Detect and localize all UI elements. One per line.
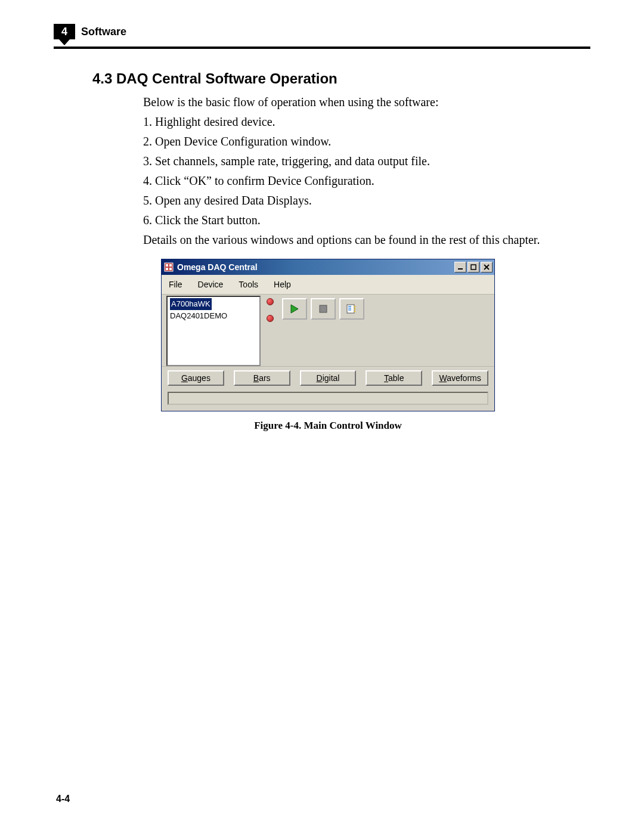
waveforms-button[interactable]: Waveforms <box>432 370 488 386</box>
step-4: 4. Click “OK” to confirm Device Configur… <box>143 173 576 189</box>
table-label: Table <box>384 373 404 383</box>
chapter-label: Software <box>81 24 126 38</box>
step-2: 2. Open Device Configuration window. <box>143 134 576 150</box>
step-5: 5. Open any desired Data Displays. <box>143 193 576 209</box>
svg-rect-10 <box>320 305 327 312</box>
menu-tools[interactable]: Tools <box>239 280 258 289</box>
bars-label: Bars <box>253 373 271 383</box>
chapter-badge: 4 <box>54 24 75 44</box>
step-6: 6. Click the Start button. <box>143 212 576 228</box>
svg-point-16 <box>354 308 356 310</box>
figure: Omega DAQ Central File Device Tools <box>161 259 590 432</box>
svg-marker-9 <box>291 305 298 313</box>
statusbar <box>168 392 488 405</box>
stop-button[interactable] <box>311 298 336 320</box>
svg-point-15 <box>354 306 356 308</box>
svg-rect-3 <box>166 268 168 270</box>
play-icon <box>289 304 300 314</box>
svg-rect-14 <box>348 309 351 311</box>
toolbar <box>282 298 364 320</box>
section-heading: 4.3 DAQ Central Software Operation <box>92 70 590 87</box>
page-number: 4-4 <box>56 794 70 804</box>
work-area: A700haWK DAQ2401DEMO <box>162 295 494 366</box>
status-dot-icon <box>267 298 274 305</box>
svg-rect-6 <box>471 265 476 270</box>
menubar: File Device Tools Help <box>162 275 494 295</box>
waveforms-label: Waveforms <box>439 373 481 383</box>
svg-rect-1 <box>166 264 168 267</box>
chapter-badge-pointer <box>59 39 70 45</box>
minimize-icon <box>457 264 463 270</box>
figure-caption: Figure 4-4. Main Control Window <box>161 420 495 432</box>
menu-file[interactable]: File <box>169 280 182 289</box>
bars-button[interactable]: Bars <box>234 370 290 386</box>
config-button[interactable] <box>339 298 364 320</box>
svg-rect-4 <box>169 268 172 270</box>
status-indicators <box>267 298 274 322</box>
maximize-icon <box>470 264 476 270</box>
svg-rect-5 <box>458 268 463 270</box>
stop-icon <box>318 304 329 314</box>
device-item-selected[interactable]: A700haWK <box>170 298 212 310</box>
body-text: Below is the basic flow of operation whe… <box>143 94 576 248</box>
device-listbox[interactable]: A700haWK DAQ2401DEMO <box>166 296 261 366</box>
gauges-label: Gauges <box>181 373 210 383</box>
table-button[interactable]: Table <box>366 370 422 386</box>
window-title: Omega DAQ Central <box>177 262 454 272</box>
menu-device[interactable]: Device <box>198 280 224 289</box>
minimize-button[interactable] <box>454 262 466 272</box>
digital-button[interactable]: Digital <box>300 370 357 386</box>
svg-point-17 <box>354 311 356 312</box>
gauges-button[interactable]: Gauges <box>168 370 224 386</box>
close-icon <box>484 264 490 270</box>
device-item[interactable]: DAQ2401DEMO <box>170 310 257 322</box>
play-button[interactable] <box>282 298 307 320</box>
step-3: 3. Set channels, sample rate, triggering… <box>143 153 576 169</box>
app-icon <box>164 262 174 272</box>
close-button[interactable] <box>481 262 493 272</box>
chapter-number: 4 <box>54 24 75 39</box>
step-1: 1. Highlight desired device. <box>143 114 576 130</box>
svg-rect-12 <box>348 306 351 307</box>
page-header: 4 Software <box>54 24 590 44</box>
app-window: Omega DAQ Central File Device Tools <box>161 259 495 411</box>
menu-help[interactable]: Help <box>274 280 291 289</box>
display-buttons-row: Gauges Bars Digital Table Waveforms <box>162 366 494 392</box>
maximize-button[interactable] <box>467 262 479 272</box>
titlebar[interactable]: Omega DAQ Central <box>162 259 494 275</box>
header-rule <box>54 47 590 49</box>
svg-rect-2 <box>169 264 172 267</box>
outro-paragraph: Details on the various windows and optio… <box>143 232 576 248</box>
status-dot-icon <box>267 315 274 322</box>
intro-paragraph: Below is the basic flow of operation whe… <box>143 94 576 110</box>
digital-label: Digital <box>317 373 340 383</box>
config-icon <box>346 304 358 314</box>
svg-rect-13 <box>348 308 351 309</box>
